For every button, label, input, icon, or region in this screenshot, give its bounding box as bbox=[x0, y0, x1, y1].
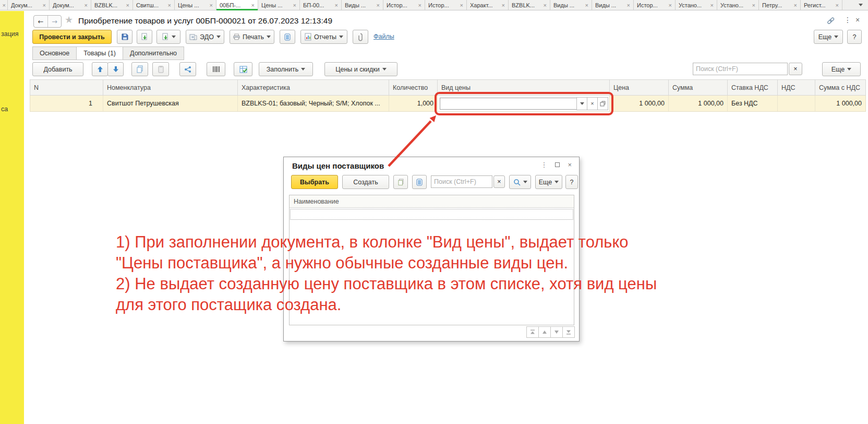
column-header[interactable]: Ставка НДС bbox=[728, 80, 778, 95]
go-previous-button[interactable] bbox=[538, 326, 551, 338]
help-button[interactable]: ? bbox=[847, 30, 862, 44]
cell-vat-rate[interactable]: Без НДС bbox=[728, 96, 778, 111]
window-tab[interactable]: Устано... × bbox=[676, 0, 717, 10]
related-documents-button[interactable] bbox=[280, 30, 295, 44]
tab-close-icon[interactable]: × bbox=[627, 2, 630, 8]
go-next-button[interactable] bbox=[550, 326, 563, 338]
window-tab[interactable]: Петру... × bbox=[759, 0, 801, 10]
window-tab[interactable]: BZBLK... × bbox=[509, 0, 550, 10]
tab-close-icon[interactable]: × bbox=[293, 2, 296, 8]
window-tab[interactable]: Свитш... × bbox=[133, 0, 175, 10]
tab-additional[interactable]: Дополнительно bbox=[123, 46, 184, 60]
tab-close-icon[interactable]: × bbox=[126, 2, 129, 8]
cell-nomenclature[interactable]: Свитшот Петрушевская bbox=[103, 96, 238, 111]
tab-close-icon[interactable]: × bbox=[335, 2, 338, 8]
window-tab[interactable]: Характ... × bbox=[467, 0, 509, 10]
fill-menu-button[interactable]: Заполнить bbox=[259, 62, 313, 76]
post-document-button[interactable] bbox=[137, 30, 152, 44]
add-row-button[interactable]: Добавить bbox=[32, 62, 83, 76]
window-tab[interactable]: Докум... × bbox=[50, 0, 91, 10]
cell-line-number[interactable]: 1 bbox=[30, 96, 103, 111]
window-tab[interactable]: Истор... × bbox=[425, 0, 467, 10]
popup-maximize-icon[interactable] bbox=[555, 162, 560, 167]
popup-close-icon[interactable]: × bbox=[568, 161, 572, 169]
tab-close-icon[interactable]: × bbox=[752, 2, 755, 8]
window-close-icon[interactable]: × bbox=[855, 16, 860, 24]
popup-more-button[interactable]: Еще bbox=[535, 175, 562, 189]
list-cursor-row[interactable] bbox=[290, 209, 573, 220]
tab-close-icon[interactable]: × bbox=[377, 2, 380, 8]
post-and-close-button[interactable]: Провести и закрыть bbox=[32, 30, 112, 44]
column-header[interactable]: Номенклатура bbox=[103, 80, 238, 95]
window-tab[interactable]: Виды ... × bbox=[592, 0, 634, 10]
select-button[interactable]: Выбрать bbox=[291, 175, 338, 189]
save-button[interactable] bbox=[117, 30, 132, 44]
column-header[interactable]: Сумма bbox=[669, 80, 728, 95]
tab-main[interactable]: Основное bbox=[32, 46, 76, 60]
column-header[interactable]: Цена bbox=[610, 80, 669, 95]
list-column-header[interactable]: Наименование bbox=[290, 195, 574, 208]
window-tab[interactable]: Цены ... × bbox=[258, 0, 300, 10]
print-button[interactable]: Печать bbox=[230, 30, 274, 44]
column-header[interactable]: N bbox=[30, 80, 103, 95]
window-tab[interactable]: BZBLK... × bbox=[91, 0, 133, 10]
favorite-star-icon[interactable]: ★ bbox=[65, 14, 73, 25]
tab-close-icon[interactable]: × bbox=[210, 2, 213, 8]
copy-row-button[interactable] bbox=[131, 62, 148, 76]
tab-close-icon[interactable]: × bbox=[710, 2, 714, 8]
cell-amount-with-vat[interactable]: 1 000,00 bbox=[815, 96, 865, 111]
tab-close-icon[interactable]: × bbox=[168, 2, 171, 8]
popup-help-button[interactable]: ? bbox=[565, 175, 578, 189]
window-menu-dots-icon[interactable]: ⋮ bbox=[844, 16, 851, 24]
back-button[interactable]: ← bbox=[34, 16, 47, 27]
fill-table-button[interactable] bbox=[234, 62, 252, 76]
items-search-input[interactable] bbox=[693, 63, 788, 75]
window-tab-partial[interactable]: × bbox=[0, 0, 8, 10]
window-tab[interactable]: Регист... × bbox=[801, 0, 842, 10]
tab-close-icon[interactable]: × bbox=[460, 2, 463, 8]
post-options-button[interactable] bbox=[156, 30, 180, 44]
column-header[interactable]: Характеристика bbox=[238, 80, 389, 95]
column-header[interactable]: НДС bbox=[778, 80, 815, 95]
paste-row-button[interactable] bbox=[152, 62, 169, 76]
tab-close-icon[interactable]: × bbox=[3, 2, 6, 8]
copy-item-button[interactable] bbox=[393, 175, 408, 189]
window-tab[interactable]: БП-00... × bbox=[300, 0, 342, 10]
barcode-scan-button[interactable] bbox=[207, 62, 225, 76]
attach-files-button[interactable] bbox=[353, 30, 368, 44]
column-header[interactable]: Количество bbox=[389, 80, 438, 95]
forward-button[interactable]: → bbox=[47, 16, 61, 27]
tab-close-icon[interactable]: × bbox=[502, 2, 505, 8]
popup-clear-search-button[interactable]: × bbox=[493, 175, 505, 188]
cell-amount[interactable]: 1 000,00 bbox=[669, 96, 728, 111]
link-icon[interactable] bbox=[826, 17, 835, 26]
tab-close-icon[interactable]: × bbox=[43, 2, 46, 8]
window-tab[interactable]: Цены ... × bbox=[175, 0, 216, 10]
move-row-down-button[interactable] bbox=[107, 62, 124, 76]
go-first-button[interactable] bbox=[526, 326, 539, 338]
prices-discounts-button[interactable]: Цены и скидки bbox=[324, 62, 397, 76]
tab-close-icon[interactable]: × bbox=[669, 2, 672, 8]
tab-close-icon[interactable]: × bbox=[544, 2, 547, 8]
tab-close-icon[interactable]: × bbox=[585, 2, 588, 8]
share-button[interactable] bbox=[179, 62, 196, 76]
window-tab[interactable]: Виды ... × bbox=[342, 0, 383, 10]
window-tab[interactable]: Устано... × bbox=[717, 0, 759, 10]
window-tab[interactable]: Виды ... × bbox=[550, 0, 592, 10]
window-tab[interactable]: Докум... × bbox=[8, 0, 50, 10]
go-last-button[interactable] bbox=[562, 326, 575, 338]
tab-close-icon[interactable]: × bbox=[85, 2, 88, 8]
window-tab[interactable]: Истор... × bbox=[634, 0, 676, 10]
column-header[interactable]: Сумма с НДС bbox=[815, 80, 865, 95]
cell-price[interactable]: 1 000,00 bbox=[610, 96, 669, 111]
window-tab[interactable]: 00БП-... × bbox=[216, 0, 258, 10]
edo-button[interactable]: ЭДО bbox=[186, 30, 224, 44]
window-tab[interactable]: Истор... × bbox=[383, 0, 425, 10]
files-link[interactable]: Файлы bbox=[373, 33, 394, 40]
list-settings-button[interactable] bbox=[412, 175, 427, 189]
popup-search-input[interactable] bbox=[431, 175, 492, 188]
tab-close-icon[interactable]: × bbox=[794, 2, 797, 8]
reports-button[interactable]: Отчеты bbox=[300, 30, 347, 44]
cell-vat[interactable] bbox=[778, 96, 815, 111]
tab-close-icon[interactable]: × bbox=[251, 2, 255, 8]
